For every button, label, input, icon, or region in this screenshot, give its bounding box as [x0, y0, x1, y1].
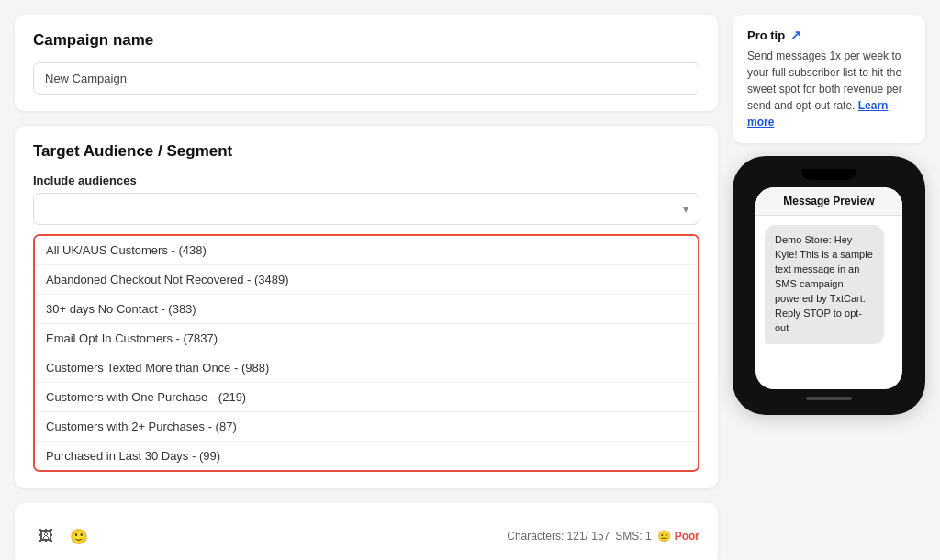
phone-screen-body: Demo Store: Hey Kyle! This is a sample t…: [755, 216, 902, 389]
audience-item[interactable]: All UK/AUS Customers - (438): [35, 236, 698, 265]
sms-count-text: SMS: 1: [615, 530, 651, 543]
audience-item[interactable]: 30+ days No Contact - (383): [35, 295, 698, 324]
char-count-area: Characters: 121/ 157 SMS: 1 😐 Poor: [507, 530, 699, 543]
pro-tip-card: Pro tip ↗ Send messages 1x per week to y…: [733, 15, 925, 143]
audience-dropdown-input[interactable]: [33, 193, 699, 225]
message-bubble: Demo Store: Hey Kyle! This is a sample t…: [765, 225, 884, 344]
audience-item[interactable]: Customers with 2+ Purchases - (87): [35, 412, 698, 442]
audience-item[interactable]: Customers with One Purchase - (219): [35, 383, 698, 412]
campaign-name-card: Campaign name: [15, 15, 718, 111]
arrow-up-right-icon: ↗: [790, 28, 801, 42]
phone-home-bar: [806, 397, 852, 400]
audience-list: All UK/AUS Customers - (438) Abandoned C…: [33, 234, 699, 472]
audience-item[interactable]: Abandoned Checkout Not Recovered - (3489…: [35, 265, 698, 295]
pro-tip-header: Pro tip ↗: [747, 28, 911, 42]
pro-tip-title: Pro tip: [747, 28, 785, 42]
image-icon[interactable]: 🖼: [33, 523, 59, 549]
phone-notch: [801, 169, 856, 180]
main-container: Campaign name Target Audience / Segment …: [15, 15, 925, 560]
right-panel: Pro tip ↗ Send messages 1x per week to y…: [733, 15, 925, 560]
message-preview-title: Message Preview: [755, 187, 902, 216]
audience-item[interactable]: Purchased in Last 30 Days - (99): [35, 442, 698, 470]
audience-item[interactable]: Customers Texted More than Once - (988): [35, 353, 698, 383]
pro-tip-text: Send messages 1x per week to your full s…: [747, 48, 911, 130]
include-audiences-label: Include audiences: [33, 174, 699, 187]
campaign-name-input[interactable]: [33, 62, 699, 95]
char-count-text: Characters: 121/ 157: [507, 530, 610, 543]
target-audience-title: Target Audience / Segment: [33, 142, 699, 161]
message-area-card: 🖼 🙂 Characters: 121/ 157 SMS: 1 😐 Poor: [15, 503, 718, 560]
audience-dropdown-wrapper: ▾: [33, 193, 699, 225]
phone-screen: Message Preview Demo Store: Hey Kyle! Th…: [755, 187, 902, 389]
audience-item[interactable]: Email Opt In Customers - (7837): [35, 324, 698, 353]
emoji-icon[interactable]: 🙂: [66, 523, 92, 549]
message-toolbar: 🖼 🙂 Characters: 121/ 157 SMS: 1 😐 Poor: [33, 516, 699, 553]
phone-mockup: Message Preview Demo Store: Hey Kyle! Th…: [733, 156, 925, 415]
left-panel: Campaign name Target Audience / Segment …: [15, 15, 718, 560]
quality-badge: 😐 Poor: [657, 530, 699, 543]
campaign-name-title: Campaign name: [33, 31, 699, 50]
target-audience-card: Target Audience / Segment Include audien…: [15, 126, 718, 488]
